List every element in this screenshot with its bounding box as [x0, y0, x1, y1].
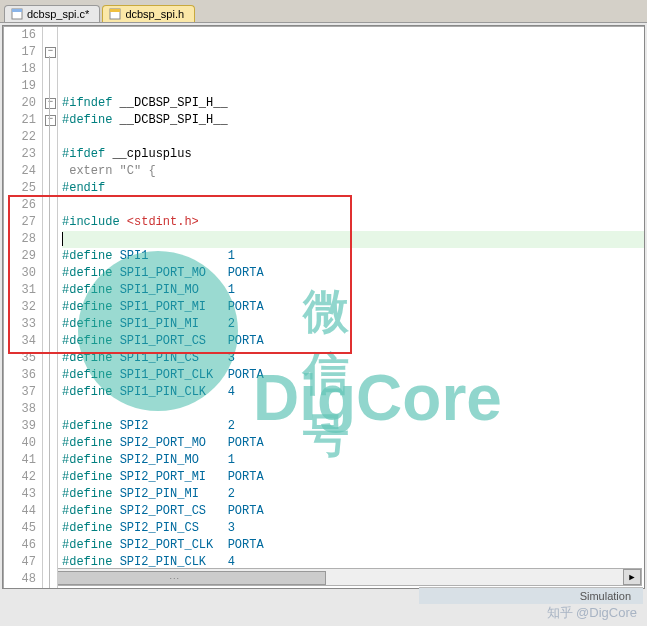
code-line[interactable]: #define SPI1_PORT_CS PORTA: [62, 333, 644, 350]
fold-toggle-icon[interactable]: −: [45, 47, 56, 58]
status-bar: Simulation: [419, 587, 643, 604]
line-number: 34: [8, 333, 36, 350]
line-number: 25: [8, 180, 36, 197]
code-line[interactable]: #endif: [62, 180, 644, 197]
code-line[interactable]: #define __DCBSP_SPI_H__: [62, 112, 644, 129]
code-line[interactable]: [62, 231, 644, 248]
code-line[interactable]: #define SPI2_PIN_MO 1: [62, 452, 644, 469]
code-line[interactable]: [62, 197, 644, 214]
line-number: 49: [8, 588, 36, 589]
tab-dcbsp-spi-c-[interactable]: dcbsp_spi.c*: [4, 5, 100, 22]
line-number: 33: [8, 316, 36, 333]
fold-toggle-icon[interactable]: −: [45, 98, 56, 109]
code-line[interactable]: [62, 129, 644, 146]
line-number: 41: [8, 452, 36, 469]
line-number: 22: [8, 129, 36, 146]
scroll-thumb[interactable]: ···: [24, 571, 326, 585]
line-number: 29: [8, 248, 36, 265]
line-number: 39: [8, 418, 36, 435]
line-number: 36: [8, 367, 36, 384]
code-line[interactable]: #define SPI2_PORT_MO PORTA: [62, 435, 644, 452]
line-number: 30: [8, 265, 36, 282]
editor-frame: 微信号 DigCore 1617181920212223242526272829…: [2, 25, 645, 589]
attribution-caption: 知乎 @DigCore: [547, 604, 638, 622]
code-line[interactable]: #define SPI2_PORT_CS PORTA: [62, 503, 644, 520]
code-line[interactable]: #define SPI2_PIN_CS 3: [62, 520, 644, 537]
tab-label: dcbsp_spi.c*: [27, 8, 89, 20]
line-number: 40: [8, 435, 36, 452]
line-number: 23: [8, 146, 36, 163]
line-number: 26: [8, 197, 36, 214]
code-line[interactable]: #define SPI2 2: [62, 418, 644, 435]
code-line[interactable]: #define SPI1 1: [62, 248, 644, 265]
line-number: 44: [8, 503, 36, 520]
svg-rect-3: [110, 9, 120, 12]
svg-rect-1: [12, 9, 22, 12]
fold-column[interactable]: −−−: [43, 27, 58, 589]
line-number-gutter: 1617181920212223242526272829303132333435…: [4, 27, 43, 589]
line-number: 21: [8, 112, 36, 129]
line-number: 16: [8, 27, 36, 44]
fold-toggle-icon[interactable]: −: [45, 115, 56, 126]
line-number: 31: [8, 282, 36, 299]
line-number: 17: [8, 44, 36, 61]
h-file-icon: [109, 8, 121, 20]
tab-dcbsp-spi-h[interactable]: dcbsp_spi.h: [102, 5, 195, 22]
line-number: 19: [8, 78, 36, 95]
code-line[interactable]: #define SPI2_PORT_MI PORTA: [62, 469, 644, 486]
line-number: 18: [8, 61, 36, 78]
code-line[interactable]: #include <stdint.h>: [62, 214, 644, 231]
code-line[interactable]: extern "C" {: [62, 163, 644, 180]
line-number: 42: [8, 469, 36, 486]
code-line[interactable]: #define SPI1_PIN_CLK 4: [62, 384, 644, 401]
code-line[interactable]: [62, 78, 644, 95]
code-line[interactable]: #define SPI1_PIN_CS 3: [62, 350, 644, 367]
code-line[interactable]: #ifndef __DCBSP_SPI_H__: [62, 95, 644, 112]
code-line[interactable]: #define SPI1_PIN_MO 1: [62, 282, 644, 299]
code-line[interactable]: #define SPI1_PIN_MI 2: [62, 316, 644, 333]
code-line[interactable]: #define SPI2_PORT_CLK PORTA: [62, 537, 644, 554]
code-line[interactable]: #ifdef __cplusplus: [62, 146, 644, 163]
line-number: 20: [8, 95, 36, 112]
line-number: 24: [8, 163, 36, 180]
code-line[interactable]: #define SPI1_PORT_MO PORTA: [62, 265, 644, 282]
line-number: 32: [8, 299, 36, 316]
code-line[interactable]: #define SPI1_PORT_MI PORTA: [62, 299, 644, 316]
tab-bar: dcbsp_spi.c*dcbsp_spi.h: [0, 0, 647, 23]
text-cursor: [62, 232, 63, 246]
scroll-right-button[interactable]: ►: [623, 569, 641, 585]
line-number: 48: [8, 571, 36, 588]
tab-label: dcbsp_spi.h: [125, 8, 184, 20]
horizontal-scrollbar[interactable]: ◄ ··· ►: [5, 568, 642, 586]
line-number: 46: [8, 537, 36, 554]
line-number: 38: [8, 401, 36, 418]
line-number: 35: [8, 350, 36, 367]
code-line[interactable]: [62, 401, 644, 418]
code-line[interactable]: #define SPI2_PIN_MI 2: [62, 486, 644, 503]
scroll-track[interactable]: ···: [24, 570, 623, 584]
code-area[interactable]: #ifndef __DCBSP_SPI_H__#define __DCBSP_S…: [58, 27, 644, 589]
line-number: 37: [8, 384, 36, 401]
line-number: 27: [8, 214, 36, 231]
line-number: 28: [8, 231, 36, 248]
code-line[interactable]: #define SPI1_PORT_CLK PORTA: [62, 367, 644, 384]
line-number: 45: [8, 520, 36, 537]
line-number: 47: [8, 554, 36, 571]
code-editor[interactable]: 1617181920212223242526272829303132333435…: [4, 27, 644, 589]
line-number: 43: [8, 486, 36, 503]
c-file-icon: [11, 8, 23, 20]
